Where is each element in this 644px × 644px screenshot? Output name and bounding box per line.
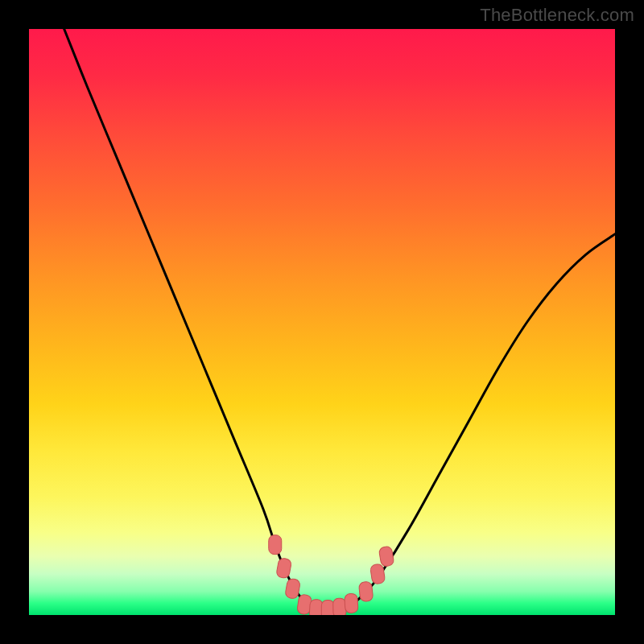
plot-area [29, 29, 615, 615]
marker-point [358, 581, 373, 601]
marker-point [321, 600, 334, 615]
chart-frame: TheBottleneck.com [0, 0, 644, 644]
marker-point [378, 546, 394, 567]
marker-point [276, 558, 292, 579]
marker-point [333, 598, 347, 615]
marker-point [269, 535, 282, 555]
marker-point [345, 593, 358, 613]
chart-svg [29, 29, 615, 615]
marker-point [369, 564, 385, 584]
watermark-label: TheBottleneck.com [480, 5, 634, 26]
curve-line [64, 29, 615, 611]
